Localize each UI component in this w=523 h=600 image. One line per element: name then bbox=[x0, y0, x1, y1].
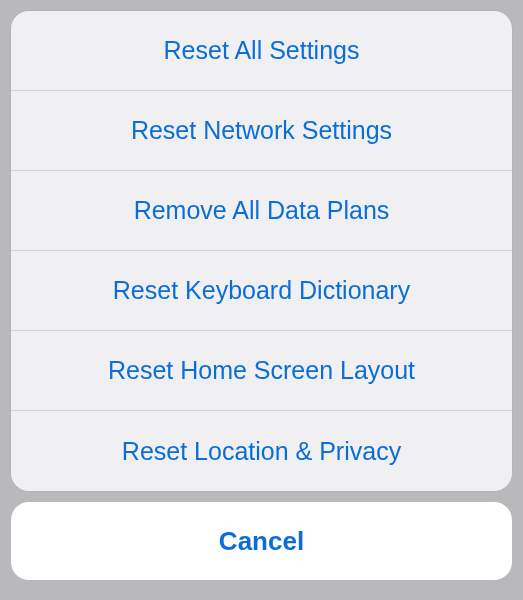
option-label: Remove All Data Plans bbox=[134, 196, 390, 225]
option-label: Reset All Settings bbox=[164, 36, 360, 65]
option-label: Reset Home Screen Layout bbox=[108, 356, 415, 385]
option-reset-keyboard-dictionary[interactable]: Reset Keyboard Dictionary bbox=[11, 251, 512, 331]
option-label: Reset Network Settings bbox=[131, 116, 392, 145]
option-remove-all-data-plans[interactable]: Remove All Data Plans bbox=[11, 171, 512, 251]
option-label: Reset Keyboard Dictionary bbox=[113, 276, 410, 305]
option-reset-all-settings[interactable]: Reset All Settings bbox=[11, 11, 512, 91]
cancel-button[interactable]: Cancel bbox=[11, 502, 512, 580]
cancel-label: Cancel bbox=[219, 526, 304, 557]
option-label: Reset Location & Privacy bbox=[122, 437, 401, 466]
action-sheet: Reset All Settings Reset Network Setting… bbox=[11, 11, 512, 491]
option-reset-location-privacy[interactable]: Reset Location & Privacy bbox=[11, 411, 512, 491]
option-reset-network-settings[interactable]: Reset Network Settings bbox=[11, 91, 512, 171]
option-reset-home-screen-layout[interactable]: Reset Home Screen Layout bbox=[11, 331, 512, 411]
action-sheet-container: Reset All Settings Reset Network Setting… bbox=[0, 0, 523, 600]
